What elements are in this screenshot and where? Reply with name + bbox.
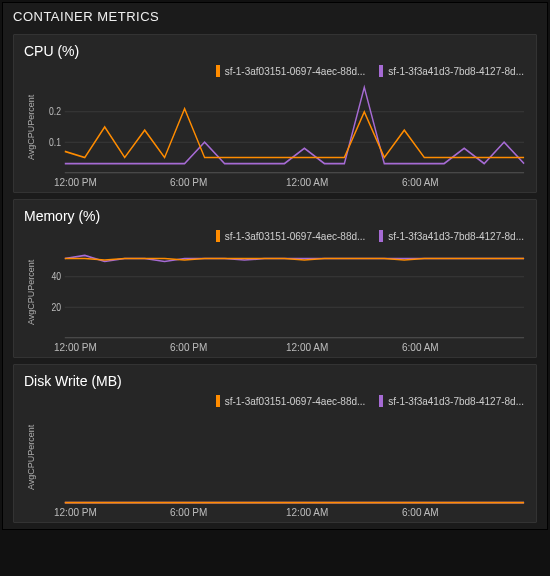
- legend-swatch-icon: [216, 395, 220, 407]
- y-axis-label: AvgCPUPercent: [24, 244, 38, 340]
- legend-item[interactable]: sf-1-3f3a41d3-7bd8-4127-8d...: [379, 230, 524, 242]
- x-tick-label: 6:00 PM: [170, 507, 286, 518]
- legend: sf-1-3af03151-0697-4aec-88d...sf-1-3f3a4…: [24, 230, 526, 242]
- y-axis-label: AvgCPUPercent: [24, 79, 38, 175]
- svg-text:0.1: 0.1: [49, 136, 61, 148]
- legend-item[interactable]: sf-1-3af03151-0697-4aec-88d...: [216, 65, 366, 77]
- legend-swatch-icon: [379, 230, 383, 242]
- legend-label: sf-1-3f3a41d3-7bd8-4127-8d...: [388, 396, 524, 407]
- series-line: [65, 109, 524, 158]
- series-line: [65, 259, 524, 260]
- svg-text:0.2: 0.2: [49, 105, 61, 117]
- legend: sf-1-3af03151-0697-4aec-88d...sf-1-3f3a4…: [24, 65, 526, 77]
- svg-text:40: 40: [51, 270, 61, 282]
- x-tick-label: 6:00 PM: [170, 177, 286, 188]
- legend-item[interactable]: sf-1-3f3a41d3-7bd8-4127-8d...: [379, 395, 524, 407]
- x-tick-label: 12:00 AM: [286, 177, 402, 188]
- chart-body: AvgCPUPercent0.10.2: [24, 79, 526, 175]
- x-tick-label: 6:00 AM: [402, 177, 518, 188]
- legend-item[interactable]: sf-1-3f3a41d3-7bd8-4127-8d...: [379, 65, 524, 77]
- legend-item[interactable]: sf-1-3af03151-0697-4aec-88d...: [216, 230, 366, 242]
- x-tick-label: 6:00 PM: [170, 342, 286, 353]
- chart-title: Disk Write (MB): [24, 373, 526, 389]
- chart-card-disk: Disk Write (MB)sf-1-3af03151-0697-4aec-8…: [13, 364, 537, 523]
- legend-swatch-icon: [379, 395, 383, 407]
- plot-area[interactable]: 2040: [38, 244, 526, 340]
- x-axis: 12:00 PM6:00 PM12:00 AM6:00 AM: [24, 507, 526, 518]
- plot-area[interactable]: [38, 409, 526, 505]
- x-tick-label: 6:00 AM: [402, 342, 518, 353]
- chart-body: AvgCPUPercent: [24, 409, 526, 505]
- x-tick-label: 12:00 AM: [286, 507, 402, 518]
- panel-title: CONTAINER METRICS: [3, 3, 547, 28]
- chart-body: AvgCPUPercent2040: [24, 244, 526, 340]
- legend-swatch-icon: [216, 230, 220, 242]
- x-tick-label: 12:00 PM: [54, 507, 170, 518]
- legend-swatch-icon: [216, 65, 220, 77]
- legend-label: sf-1-3af03151-0697-4aec-88d...: [225, 231, 366, 242]
- x-tick-label: 12:00 AM: [286, 342, 402, 353]
- x-axis: 12:00 PM6:00 PM12:00 AM6:00 AM: [24, 342, 526, 353]
- x-tick-label: 12:00 PM: [54, 177, 170, 188]
- chart-card-mem: Memory (%)sf-1-3af03151-0697-4aec-88d...…: [13, 199, 537, 358]
- legend-label: sf-1-3af03151-0697-4aec-88d...: [225, 66, 366, 77]
- svg-text:20: 20: [51, 301, 61, 313]
- legend-label: sf-1-3af03151-0697-4aec-88d...: [225, 396, 366, 407]
- legend-label: sf-1-3f3a41d3-7bd8-4127-8d...: [388, 231, 524, 242]
- plot-area[interactable]: 0.10.2: [38, 79, 526, 175]
- y-axis-label: AvgCPUPercent: [24, 409, 38, 505]
- legend-item[interactable]: sf-1-3af03151-0697-4aec-88d...: [216, 395, 366, 407]
- x-tick-label: 12:00 PM: [54, 342, 170, 353]
- legend: sf-1-3af03151-0697-4aec-88d...sf-1-3f3a4…: [24, 395, 526, 407]
- x-axis: 12:00 PM6:00 PM12:00 AM6:00 AM: [24, 177, 526, 188]
- legend-label: sf-1-3f3a41d3-7bd8-4127-8d...: [388, 66, 524, 77]
- chart-title: CPU (%): [24, 43, 526, 59]
- chart-card-cpu: CPU (%)sf-1-3af03151-0697-4aec-88d...sf-…: [13, 34, 537, 193]
- x-tick-label: 6:00 AM: [402, 507, 518, 518]
- legend-swatch-icon: [379, 65, 383, 77]
- container-metrics-panel: CONTAINER METRICS CPU (%)sf-1-3af03151-0…: [2, 2, 548, 530]
- charts-host: CPU (%)sf-1-3af03151-0697-4aec-88d...sf-…: [3, 34, 547, 523]
- series-line: [65, 87, 524, 163]
- chart-title: Memory (%): [24, 208, 526, 224]
